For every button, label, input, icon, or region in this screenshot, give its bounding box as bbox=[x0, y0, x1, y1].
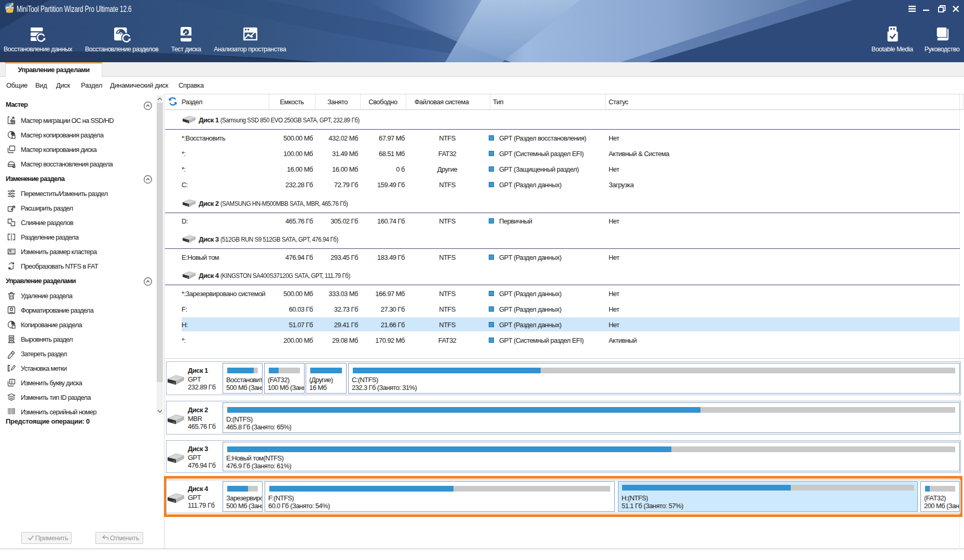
svg-text:N: N bbox=[8, 267, 10, 270]
svg-text:E: E bbox=[11, 380, 13, 384]
svg-text:F: F bbox=[12, 265, 15, 268]
